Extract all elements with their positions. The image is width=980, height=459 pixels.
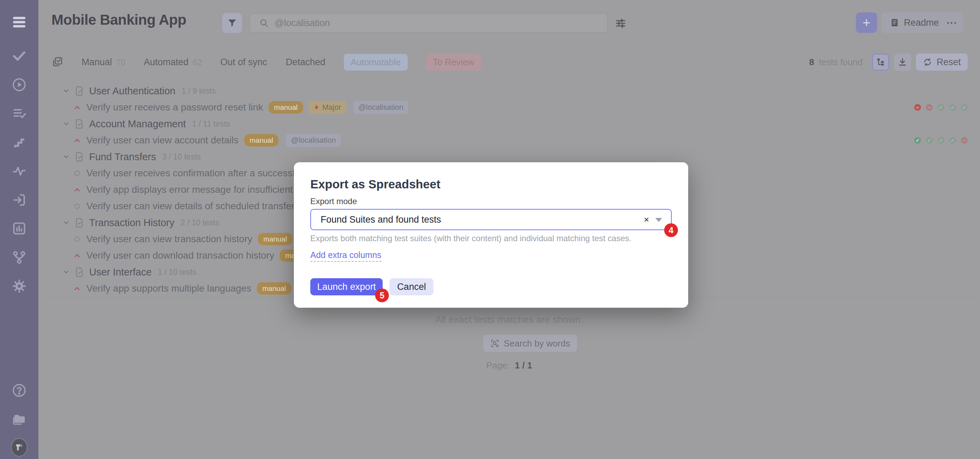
- activity-pulse-icon[interactable]: [11, 163, 27, 179]
- run-history-dots: ✓✓✓✓−: [914, 137, 968, 144]
- test-title: Verify user can download transaction his…: [86, 250, 274, 261]
- export-mode-label: Export mode: [310, 196, 672, 206]
- suite-name: Transaction History: [89, 217, 175, 228]
- results-message: All exact tests matches are shown.: [38, 314, 980, 325]
- suite-row[interactable]: Account Management1 / 11 tests: [38, 116, 980, 132]
- search-by-words-label: Search by words: [504, 338, 570, 349]
- tag-badge: @localisation: [286, 134, 340, 147]
- run-status-dot-fail: −: [914, 104, 921, 111]
- add-extra-columns-link[interactable]: Add extra columns: [310, 250, 381, 262]
- tree-view-button[interactable]: [872, 54, 889, 71]
- tests-found-label: tests found: [819, 57, 862, 68]
- reports-icon[interactable]: [11, 220, 27, 237]
- account-logo-avatar[interactable]: [11, 439, 27, 456]
- suite-test-count: 2 / 10 tests: [181, 218, 220, 228]
- export-mode-select[interactable]: Found Suites and found tests × 4: [310, 209, 672, 230]
- filter-manual-count: 70: [116, 57, 126, 67]
- download-icon: [898, 57, 907, 67]
- search-settings-button[interactable]: [613, 16, 628, 31]
- suite-document-icon: [75, 217, 84, 228]
- sidebar: [0, 0, 38, 459]
- reset-button[interactable]: Reset: [916, 54, 968, 71]
- filter-automated-count: 62: [193, 57, 202, 67]
- test-title: Verify user can view account details: [86, 135, 239, 146]
- help-icon[interactable]: [11, 382, 27, 398]
- filter-pill-automatable[interactable]: Automatable: [344, 54, 408, 71]
- tests-found-count: 8: [809, 57, 814, 68]
- readme-button[interactable]: Readme: [881, 12, 947, 33]
- search-by-words-button[interactable]: Search by words: [483, 335, 577, 352]
- chevron-down-icon[interactable]: [62, 153, 70, 161]
- milestones-icon[interactable]: [11, 134, 27, 151]
- funnel-icon: [227, 18, 237, 28]
- filter-detached[interactable]: Detached: [286, 57, 325, 68]
- launch-export-button[interactable]: Launch export 5: [310, 278, 383, 295]
- suite-name: Fund Transfers: [89, 151, 156, 163]
- sliders-icon: [615, 18, 627, 29]
- manual-badge: manual: [244, 134, 279, 147]
- search-frame-icon: [490, 339, 500, 348]
- flame-icon: [313, 104, 320, 111]
- test-runs-icon[interactable]: [11, 76, 27, 93]
- tree-view-icon: [876, 57, 885, 67]
- severity-badge: Major: [309, 101, 346, 114]
- run-status-dot-fail: −: [926, 104, 933, 111]
- test-row[interactable]: Verify user can view account detailsmanu…: [38, 132, 980, 148]
- test-row[interactable]: Verify user receives a password reset li…: [38, 99, 980, 116]
- add-button[interactable]: +: [856, 12, 877, 33]
- export-mode-value: Found Suites and found tests: [321, 214, 441, 225]
- suite-row[interactable]: User Authentication1 / 9 tests: [38, 83, 980, 99]
- filter-bar-right: 8 tests found Reset: [809, 52, 968, 72]
- page-title: Mobile Banking App: [51, 12, 186, 28]
- cancel-button[interactable]: Cancel: [390, 278, 433, 295]
- import-icon[interactable]: [11, 192, 27, 208]
- test-title: Verify user receives confirmation after …: [86, 168, 317, 179]
- chevron-down-icon[interactable]: [62, 219, 70, 226]
- suite-test-count: 1 / 9 tests: [181, 86, 216, 96]
- step-badge-5: 5: [375, 288, 389, 302]
- search-input[interactable]: @localisation: [249, 13, 608, 33]
- filter-manual-label: Manual: [82, 57, 112, 68]
- download-button[interactable]: [894, 54, 911, 71]
- readme-label: Readme: [904, 18, 939, 28]
- suite-name: User Authentication: [89, 85, 175, 97]
- export-mode-description: Exports both matching test suites (with …: [310, 234, 672, 243]
- priority-caret-icon: [73, 253, 81, 258]
- refresh-icon: [923, 57, 932, 67]
- filter-out-of-sync[interactable]: Out of sync: [221, 57, 267, 68]
- test-cases-icon[interactable]: [11, 48, 27, 64]
- filter-button[interactable]: [222, 13, 242, 33]
- projects-folder-icon[interactable]: [11, 411, 27, 427]
- avatar: [11, 438, 27, 457]
- bulk-check-icon[interactable]: [51, 56, 63, 68]
- clear-selection-icon[interactable]: ×: [644, 214, 649, 225]
- run-status-dot-pass: ✓: [949, 104, 956, 111]
- suite-name: User Interface: [89, 266, 151, 278]
- suite-document-icon: [75, 86, 84, 96]
- menu-icon[interactable]: [11, 14, 27, 30]
- suite-test-count: 1 / 11 tests: [192, 120, 230, 129]
- pagination: Page: 1 / 1: [38, 360, 980, 371]
- book-icon: [889, 18, 900, 28]
- priority-caret-icon: [73, 105, 81, 110]
- test-title: Verify app displays error message for in…: [86, 184, 319, 195]
- manual-badge: manual: [258, 233, 293, 245]
- filter-manual[interactable]: Manual 70: [82, 57, 125, 68]
- chevron-down-icon[interactable]: [62, 120, 70, 128]
- test-plans-icon[interactable]: [11, 105, 27, 122]
- filter-pill-to-review[interactable]: To Review: [426, 54, 481, 71]
- filter-bar: Manual 70 Automated 62 Out of sync Detac…: [51, 52, 481, 72]
- reset-label: Reset: [937, 57, 961, 68]
- chevron-down-icon[interactable]: [62, 268, 70, 276]
- branch-icon[interactable]: [11, 249, 27, 266]
- run-status-dot-pass: ✓: [937, 137, 944, 144]
- run-status-dot-pass: ✓: [949, 137, 956, 144]
- chevron-down-icon[interactable]: [62, 87, 70, 95]
- filter-out-of-sync-label: Out of sync: [221, 57, 267, 68]
- filter-automated[interactable]: Automated 62: [144, 57, 202, 68]
- test-title: Verify user can view transaction history: [86, 234, 252, 245]
- chevron-down-icon[interactable]: [655, 218, 662, 222]
- modal-title: Export as Spreadsheet: [310, 177, 672, 191]
- settings-gear-icon[interactable]: [11, 278, 27, 294]
- more-actions-button[interactable]: ...: [941, 12, 963, 33]
